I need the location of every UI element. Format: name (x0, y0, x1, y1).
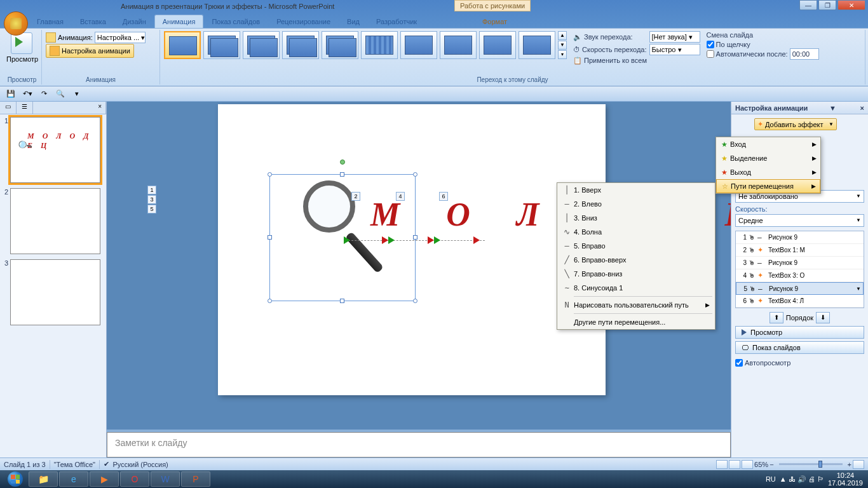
minimize-button[interactable]: — (799, 0, 817, 10)
transition-item-4[interactable] (322, 31, 358, 59)
transition-item-7[interactable] (440, 31, 477, 59)
slide-thumb-3[interactable] (10, 259, 100, 325)
resize-handle[interactable] (413, 235, 417, 240)
tab-slideshow[interactable]: Показ слайдов (203, 15, 268, 28)
tray-icons[interactable]: ▲ 🖧 🔊 🖨 🏳 (780, 475, 824, 484)
tab-design[interactable]: Дизайн (114, 15, 154, 28)
slideshow-view-button[interactable] (742, 460, 753, 469)
resize-handle[interactable] (268, 172, 272, 177)
spell-check-icon[interactable]: ✔ (104, 460, 109, 468)
motion-path-item[interactable]: ╲7. Вправо-вниз (557, 267, 715, 281)
thumb-close[interactable]: × (94, 102, 106, 114)
motion-path-item[interactable]: │3. Вниз (557, 211, 715, 225)
play-button[interactable]: Просмотр (735, 326, 864, 339)
motion-path-item[interactable]: ╱6. Вправо-вверх (557, 253, 715, 267)
lang-indicator[interactable]: RU (766, 475, 776, 483)
apply-all-button[interactable]: 📋 Применить ко всем (573, 57, 700, 65)
transition-item-5[interactable] (361, 31, 398, 59)
tab-insert[interactable]: Вставка (72, 15, 114, 28)
thumb-tab-slides[interactable]: ▭ (0, 102, 17, 114)
zoom-slider[interactable] (779, 463, 843, 465)
media-taskbar-icon[interactable]: ▶ (90, 471, 119, 487)
zoom-out[interactable]: − (770, 461, 773, 468)
resize-handle[interactable] (340, 299, 344, 303)
speed-select[interactable]: Быстро ▾ (649, 44, 700, 55)
speed-select[interactable]: Средне▼ (735, 214, 864, 227)
tab-animation[interactable]: Анимация (154, 15, 204, 28)
transition-item-2[interactable] (243, 31, 280, 59)
more-paths-item[interactable]: Другие пути перемещения... (557, 315, 715, 329)
effect-list-item[interactable]: 2🖱✦TextBox 1: М (736, 244, 864, 257)
resize-handle[interactable] (268, 235, 272, 240)
transition-item-9[interactable] (519, 31, 555, 59)
on-click-check[interactable] (707, 41, 714, 48)
taskpane-dropdown[interactable]: ▼ (829, 104, 836, 112)
opera-taskbar-icon[interactable]: O (120, 471, 149, 487)
zoom-in[interactable]: + (848, 461, 851, 468)
auto-after-check[interactable] (707, 50, 714, 58)
motion-path-item[interactable]: ∿4. Волна (557, 225, 715, 239)
zoom-value[interactable]: 65% (754, 461, 768, 468)
effect-list-item[interactable]: 5🖱—Рисунок 9▼ (736, 282, 864, 295)
clock[interactable]: 10:2417.04.2019 (828, 471, 863, 487)
tab-home[interactable]: Главная (29, 15, 72, 28)
start-button[interactable] (3, 470, 28, 488)
tab-review[interactable]: Рецензирование (268, 15, 339, 28)
language[interactable]: Русский (Россия) (113, 461, 168, 468)
move-down-button[interactable]: ⬇ (816, 312, 830, 323)
motion-path[interactable] (345, 240, 485, 241)
office-button[interactable] (4, 11, 28, 36)
tab-format[interactable]: Формат (474, 15, 515, 28)
slideshow-button[interactable]: 🖵Показ слайдов (735, 341, 864, 354)
resize-handle[interactable] (413, 299, 417, 303)
custom-path-item[interactable]: NНарисовать пользовательский путь▶ (557, 298, 715, 312)
tab-view[interactable]: Вид (339, 15, 368, 28)
transition-item-1[interactable] (203, 31, 240, 59)
resize-handle[interactable] (268, 299, 272, 303)
effect-category-item[interactable]: ★Выделение▶ (716, 151, 820, 165)
thumb-tab-outline[interactable]: ☰ (17, 102, 33, 114)
close-button[interactable]: ✕ (837, 0, 865, 10)
save-button[interactable]: 💾 (4, 88, 18, 100)
motion-path-item[interactable]: —2. Влево (557, 197, 715, 211)
sound-select[interactable]: [Нет звука] ▾ (649, 31, 700, 43)
gallery-scroll[interactable]: ▲▼▾ (558, 31, 567, 59)
effect-list-item[interactable]: 1🖱—Рисунок 9 (736, 231, 864, 244)
explorer-taskbar-icon[interactable]: 📁 (29, 471, 58, 487)
move-up-button[interactable]: ⬆ (770, 312, 783, 323)
motion-path-item[interactable]: │1. Вверх (557, 183, 715, 197)
animation-select[interactable]: Настройка ... ▾ (95, 32, 146, 43)
taskpane-close[interactable]: × (860, 104, 864, 112)
normal-view-button[interactable] (716, 460, 728, 469)
qat-customize[interactable]: ▾ (70, 88, 84, 100)
transition-item-8[interactable] (479, 31, 516, 59)
custom-animation-button[interactable]: Настройка анимации (46, 44, 134, 58)
notes-input[interactable]: Заметки к слайду (107, 432, 731, 458)
resize-handle[interactable] (340, 172, 344, 177)
motion-path-item[interactable]: —5. Вправо (557, 239, 715, 253)
auto-time-input[interactable]: 00:00 (790, 48, 819, 60)
preview-button[interactable]: Просмотр (6, 31, 37, 63)
effect-list-item[interactable]: 4🖱✦TextBox 3: О (736, 269, 864, 282)
fit-button[interactable] (853, 460, 864, 469)
slide-thumb-1[interactable]: М О Л О Д Е Ц 🔍 (10, 117, 100, 183)
slide-thumb-2[interactable] (10, 188, 100, 254)
autopreview-check[interactable] (735, 359, 743, 367)
powerpoint-taskbar-icon[interactable]: P (181, 471, 210, 487)
word-taskbar-icon[interactable]: W (151, 471, 180, 487)
resize-handle[interactable] (413, 172, 417, 177)
effect-list-item[interactable]: 6🖱✦TextBox 4: Л (736, 295, 864, 308)
slide-canvas[interactable]: М О Л О Д Е Ц 2 4 6 (218, 104, 606, 395)
tab-developer[interactable]: Разработчик (368, 15, 425, 28)
redo-button[interactable]: ↷ (37, 88, 51, 100)
effect-category-item[interactable]: ☆Пути перемещения▶ (716, 179, 820, 193)
undo-button[interactable]: ↶▾ (20, 88, 34, 100)
motion-path-item[interactable]: ∼8. Синусоида 1 (557, 281, 715, 295)
rotation-handle[interactable] (340, 159, 345, 165)
maximize-button[interactable]: ❐ (818, 0, 836, 10)
transition-none[interactable] (164, 31, 201, 59)
effect-category-item[interactable]: ★Выход▶ (716, 165, 820, 179)
transition-item-6[interactable] (400, 31, 437, 59)
ie-taskbar-icon[interactable]: e (59, 471, 88, 487)
transition-item-3[interactable] (282, 31, 319, 59)
